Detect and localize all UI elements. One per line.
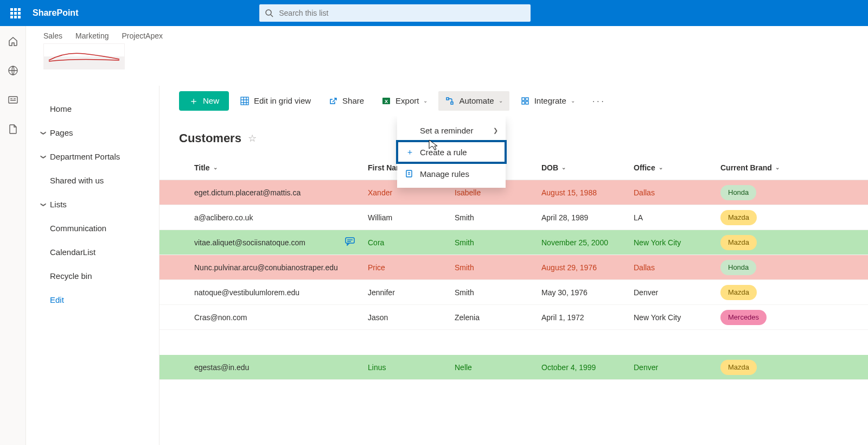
col-office[interactable]: Office⌄ — [634, 163, 720, 172]
crumb-sales[interactable]: Sales — [43, 31, 62, 40]
globe-icon[interactable] — [8, 65, 18, 76]
site-header: Sales Marketing ProjectApex — [26, 26, 868, 86]
menu-create-rule[interactable]: ＋ Create a rule — [397, 141, 506, 163]
quick-launch-nav: Home ❯Pages ❯Department Portals Shared w… — [26, 86, 159, 445]
cell-brand: Mazda — [720, 360, 829, 375]
edit-grid-button[interactable]: Edit in grid view — [233, 91, 317, 111]
cell-office: New York City — [634, 313, 720, 322]
cell-dob: October 4, 1999 — [541, 363, 634, 372]
suite-header: SharePoint — [0, 0, 868, 26]
app-launcher-button[interactable] — [4, 2, 26, 24]
cell-dob: August 29, 1976 — [541, 263, 634, 272]
menu-manage-rules[interactable]: Manage rules — [397, 163, 506, 185]
cell-brand: Honda — [720, 260, 829, 275]
cell-first-name: Jason — [368, 313, 455, 322]
svg-rect-14 — [446, 98, 449, 100]
excel-icon: X — [381, 96, 391, 106]
app-name[interactable]: SharePoint — [33, 8, 78, 18]
nav-department-portals[interactable]: ❯Department Portals — [26, 144, 159, 168]
nav-edit-link[interactable]: Edit — [26, 288, 159, 312]
table-row[interactable]: a@aclibero.co.uk William Smith April 28,… — [159, 205, 868, 230]
cell-last-name: Isabelle — [455, 188, 541, 197]
svg-rect-16 — [522, 98, 525, 100]
table-row[interactable]: natoque@vestibulumlorem.edu Jennifer Smi… — [159, 280, 868, 305]
cell-title: Cras@non.com — [194, 313, 368, 322]
nav-communication[interactable]: Communication — [26, 216, 159, 240]
col-title[interactable]: Title⌄ — [194, 163, 368, 172]
col-brand[interactable]: Current Brand⌄ — [720, 163, 829, 172]
car-logo-icon — [46, 48, 122, 65]
cell-last-name: Nelle — [455, 363, 541, 372]
cell-first-name: Xander — [368, 188, 455, 197]
integrate-button[interactable]: Integrate⌄ — [514, 91, 582, 111]
files-icon[interactable] — [8, 124, 18, 135]
brand-pill: Mercedes — [720, 310, 767, 325]
search-input[interactable] — [279, 9, 525, 17]
brand-pill: Mazda — [720, 285, 757, 300]
table-row[interactable]: Nunc.pulvinar.arcu@conubianostraper.edu … — [159, 255, 868, 280]
cell-office: Denver — [634, 288, 720, 297]
menu-set-reminder[interactable]: Set a reminder ❯ — [397, 119, 506, 141]
brand-pill: Honda — [720, 185, 756, 200]
cell-last-name: Smith — [455, 238, 541, 247]
cell-dob: May 30, 1976 — [541, 288, 634, 297]
svg-rect-20 — [406, 170, 412, 177]
cell-title: a@aclibero.co.uk — [194, 213, 368, 222]
more-button[interactable]: · · · — [586, 91, 610, 111]
nav-home[interactable]: Home — [26, 97, 159, 120]
chevron-down-icon: ⌄ — [499, 98, 503, 104]
plus-icon: ＋ — [405, 147, 414, 157]
export-button[interactable]: XExport⌄ — [375, 91, 434, 111]
cell-office: Dallas — [634, 188, 720, 197]
list-content-area: ＋New Edit in grid view Share XExport⌄ Au… — [159, 86, 868, 445]
svg-rect-18 — [522, 101, 525, 104]
table-row[interactable]: Cras@non.com Jason Zelenia April 1, 1972… — [159, 305, 868, 330]
left-icon-rail — [0, 26, 26, 445]
search-icon — [265, 9, 273, 17]
cell-last-name: Smith — [455, 263, 541, 272]
chevron-down-icon: ⌄ — [571, 98, 575, 104]
table-row[interactable]: vitae.aliquet@sociisnatoque.com Cora Smi… — [159, 230, 868, 255]
svg-rect-15 — [451, 102, 453, 104]
cell-first-name: William — [368, 213, 455, 222]
crumb-projectapex[interactable]: ProjectApex — [122, 31, 163, 40]
table-row[interactable]: egestas@in.edu Linus Nelle October 4, 19… — [159, 355, 868, 380]
chevron-down-icon: ⌄ — [659, 164, 663, 170]
crumb-marketing[interactable]: Marketing — [75, 31, 108, 40]
favorite-star-button[interactable]: ☆ — [248, 132, 257, 144]
svg-line-1 — [271, 15, 273, 17]
cell-title: vitae.aliquet@sociisnatoque.com — [194, 237, 368, 247]
command-bar: ＋New Edit in grid view Share XExport⌄ Au… — [159, 86, 868, 116]
nav-calendarlist[interactable]: CalendarList — [26, 240, 159, 264]
chevron-down-icon: ⌄ — [423, 98, 427, 104]
home-icon[interactable] — [8, 36, 18, 47]
brand-pill: Mazda — [720, 360, 757, 375]
chevron-down-icon: ⌄ — [213, 164, 218, 170]
news-icon[interactable] — [8, 94, 18, 105]
svg-rect-3 — [9, 97, 17, 103]
search-wrap — [259, 4, 531, 22]
integrate-icon — [520, 96, 530, 106]
nav-pages[interactable]: ❯Pages — [26, 120, 159, 144]
col-dob[interactable]: DOB⌄ — [541, 163, 634, 172]
breadcrumb: Sales Marketing ProjectApex — [43, 31, 851, 40]
svg-rect-7 — [241, 97, 248, 105]
nav-lists[interactable]: ❯Lists — [26, 192, 159, 216]
automate-dropdown: Set a reminder ❯ ＋ Create a rule Manage … — [397, 116, 506, 188]
cell-office: New York City — [634, 238, 720, 247]
svg-rect-19 — [526, 101, 528, 104]
cell-title: Nunc.pulvinar.arcu@conubianostraper.edu — [194, 263, 368, 272]
share-button[interactable]: Share — [322, 91, 371, 111]
automate-button[interactable]: Automate⌄ — [438, 91, 509, 111]
table-row[interactable]: eget.dictum.placerat@mattis.ca Xander Is… — [159, 180, 868, 205]
nav-shared-with-us[interactable]: Shared with us — [26, 168, 159, 192]
new-button[interactable]: ＋New — [179, 91, 229, 111]
comment-icon[interactable] — [345, 237, 355, 247]
rules-icon — [405, 169, 414, 179]
search-box[interactable] — [259, 4, 531, 22]
site-logo[interactable] — [43, 43, 125, 69]
chevron-down-icon: ❯ — [41, 130, 47, 135]
nav-recycle-bin[interactable]: Recycle bin — [26, 264, 159, 288]
cell-dob: November 25, 2000 — [541, 238, 634, 247]
chevron-down-icon: ❯ — [41, 202, 47, 206]
